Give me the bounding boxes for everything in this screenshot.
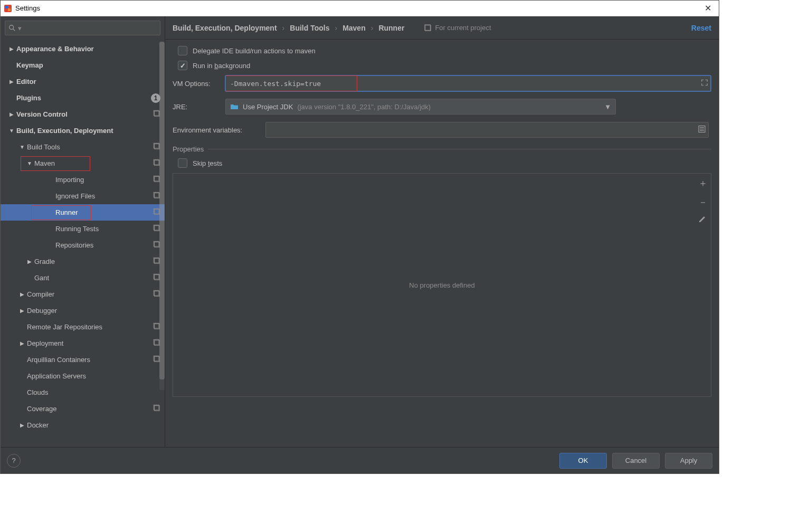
add-icon[interactable]: ＋: [698, 177, 708, 189]
apply-button[interactable]: Apply: [665, 453, 712, 469]
skip-tests-checkbox[interactable]: [178, 158, 187, 168]
tree-node-label: Repositories: [55, 241, 93, 249]
delegate-checkbox-row[interactable]: Delegate IDE build/run actions to maven: [173, 46, 711, 55]
tree-node-plugins[interactable]: Plugins1: [1, 90, 165, 106]
tree-node-gradle[interactable]: ▶Gradle: [1, 253, 165, 270]
vm-options-row: VM Options: -Dmaven.test.skip=true: [173, 75, 711, 91]
jre-combo[interactable]: Use Project JDK (java version "1.8.0_221…: [225, 99, 616, 115]
chevron-right-icon[interactable]: ▶: [18, 340, 26, 346]
tree-node-application-servers[interactable]: Application Servers: [1, 368, 165, 384]
help-button[interactable]: ?: [7, 454, 21, 468]
chevron-right-icon[interactable]: ▶: [26, 259, 33, 264]
expand-icon[interactable]: [701, 79, 708, 88]
tree-node-label: Editor: [16, 78, 36, 86]
chevron-right-icon[interactable]: ▶: [8, 79, 15, 84]
properties-title: Properties: [173, 145, 204, 153]
tree-node-label: Appearance & Behavior: [16, 45, 94, 53]
jre-row: JRE: Use Project JDK (java version "1.8.…: [173, 99, 711, 115]
crumb-3[interactable]: Runner: [378, 24, 404, 32]
tree-node-docker[interactable]: ▶Docker: [1, 417, 165, 433]
tree-node-keymap[interactable]: Keymap: [1, 57, 165, 73]
main-panel: Build, Execution, Deployment › Build Too…: [165, 16, 719, 447]
tree-node-label: Application Servers: [27, 372, 86, 380]
tree-node-gant[interactable]: Gant: [1, 270, 165, 286]
chevron-down-icon[interactable]: ▼: [18, 144, 26, 150]
list-icon[interactable]: [698, 125, 706, 135]
search-input[interactable]: ▾: [5, 21, 160, 35]
crumb-0[interactable]: Build, Execution, Deployment: [173, 24, 277, 32]
tree-node-running-tests[interactable]: Running Tests: [1, 221, 165, 237]
delegate-checkbox[interactable]: [178, 46, 187, 55]
chevron-right-icon[interactable]: ▶: [18, 422, 26, 428]
form-panel: Delegate IDE build/run actions to maven …: [165, 40, 719, 447]
ok-button[interactable]: OK: [559, 453, 607, 469]
project-scope-icon: [424, 24, 432, 32]
tree-node-label: Compiler: [27, 290, 54, 298]
sidebar: ▾ ▶Appearance & BehaviorKeymap▶EditorPlu…: [1, 16, 165, 447]
dialog-footer: ? OK Cancel Apply: [1, 447, 719, 473]
close-icon[interactable]: ✕: [700, 2, 716, 14]
chevron-right-icon[interactable]: ▶: [8, 111, 15, 117]
crumb-2[interactable]: Maven: [342, 24, 366, 32]
app-icon: [4, 4, 12, 13]
titlebar: Settings ✕: [1, 1, 719, 16]
tree-node-build-execution-deployment[interactable]: ▼Build, Execution, Deployment: [1, 122, 165, 139]
vm-options-input[interactable]: -Dmaven.test.skip=true: [225, 75, 711, 91]
delegate-label: Delegate IDE build/run actions to maven: [193, 47, 316, 55]
chevron-right-icon: ›: [282, 24, 285, 32]
tree-node-label: Keymap: [16, 61, 43, 69]
crumb-1[interactable]: Build Tools: [290, 24, 329, 32]
properties-table[interactable]: No properties defined ＋ －: [173, 173, 711, 397]
tree-node-remote-jar-repositories[interactable]: Remote Jar Repositories: [1, 319, 165, 335]
tree-node-importing[interactable]: Importing: [1, 172, 165, 188]
tree-node-label: Build, Execution, Deployment: [16, 127, 113, 135]
skip-tests-row[interactable]: Skip tests: [173, 158, 711, 168]
tree-node-compiler[interactable]: ▶Compiler: [1, 286, 165, 302]
tree-node-deployment[interactable]: ▶Deployment: [1, 335, 165, 352]
runbg-checkbox-row[interactable]: Run in background: [173, 61, 711, 70]
vm-options-value: -Dmaven.test.skip=true: [230, 80, 321, 88]
tree-node-label: Deployment: [27, 339, 63, 347]
sidebar-scrollbar[interactable]: [159, 42, 165, 390]
remove-icon[interactable]: －: [698, 196, 708, 208]
scrollbar-thumb[interactable]: [159, 42, 165, 379]
tree-node-clouds[interactable]: Clouds: [1, 384, 165, 401]
tree-node-debugger[interactable]: ▶Debugger: [1, 302, 165, 319]
tree-node-build-tools[interactable]: ▼Build Tools: [1, 139, 165, 155]
runbg-checkbox[interactable]: [178, 61, 187, 70]
chevron-down-icon[interactable]: ▼: [26, 160, 33, 166]
tree-node-arquillian-containers[interactable]: Arquillian Containers: [1, 352, 165, 368]
tree-node-maven[interactable]: ▼Maven: [1, 155, 165, 172]
chevron-right-icon[interactable]: ▶: [18, 291, 26, 297]
tree-node-ignored-files[interactable]: Ignored Files: [1, 188, 165, 204]
chevron-right-icon[interactable]: ▶: [18, 308, 26, 314]
tree-node-editor[interactable]: ▶Editor: [1, 73, 165, 90]
runbg-label: Run in background: [193, 62, 250, 70]
tree-node-runner[interactable]: Runner: [1, 204, 165, 221]
edit-icon[interactable]: [698, 215, 708, 225]
search-icon: [8, 24, 16, 32]
tree-node-repositories[interactable]: Repositories: [1, 237, 165, 253]
cancel-button[interactable]: Cancel: [612, 453, 660, 469]
properties-separator: Properties: [173, 145, 711, 153]
svg-line-4: [13, 29, 15, 31]
tree-node-label: Plugins: [16, 94, 41, 102]
svg-point-3: [9, 25, 14, 30]
jre-label: JRE:: [173, 103, 225, 111]
tree-node-label: Runner: [55, 208, 78, 216]
env-row: Environment variables:: [173, 122, 711, 138]
env-input[interactable]: [265, 122, 709, 138]
chevron-down-icon[interactable]: ▼: [8, 128, 15, 134]
jre-value: Use Project JDK: [243, 103, 293, 111]
tree-node-label: Version Control: [16, 110, 68, 118]
tree-node-coverage[interactable]: Coverage: [1, 401, 165, 417]
tree-node-version-control[interactable]: ▶Version Control: [1, 106, 165, 122]
settings-tree[interactable]: ▶Appearance & BehaviorKeymap▶EditorPlugi…: [1, 39, 165, 447]
tree-node-label: Running Tests: [55, 225, 99, 233]
folder-icon: [230, 103, 239, 110]
reset-link[interactable]: Reset: [691, 24, 711, 32]
tree-node-appearance-behavior[interactable]: ▶Appearance & Behavior: [1, 41, 165, 57]
chevron-right-icon[interactable]: ▶: [8, 46, 15, 52]
for-project-indicator: For current project: [424, 24, 491, 32]
chevron-right-icon: ›: [335, 24, 337, 32]
